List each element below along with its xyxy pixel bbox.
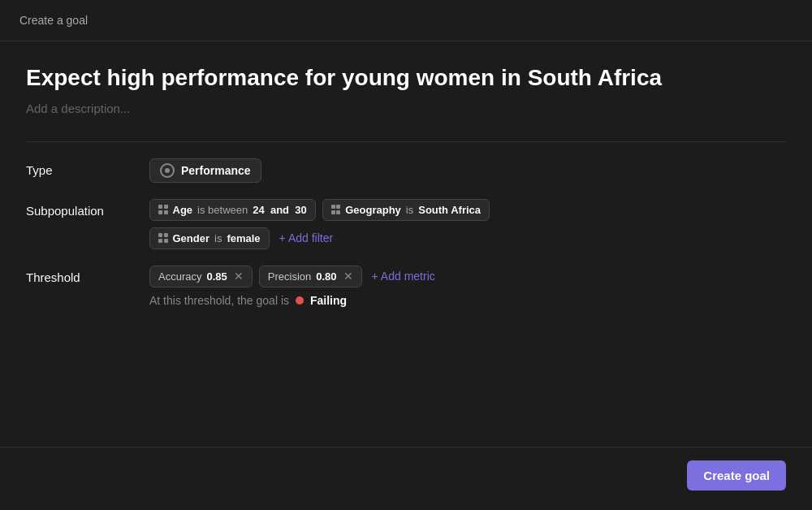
grid-icon-age	[158, 205, 168, 214]
geo-op-label: is	[406, 204, 413, 216]
accuracy-metric-chip[interactable]: Accuracy 0.85 ✕	[149, 266, 253, 287]
failing-dot	[296, 296, 304, 305]
form-section: Type Performance Subpopulation	[26, 158, 786, 287]
type-label: Type	[26, 158, 123, 177]
age-val-label: 24 and 30	[253, 204, 306, 216]
gender-filter-chip[interactable]: Gender is female	[149, 227, 270, 249]
geo-field-label: Geography	[345, 204, 401, 216]
age-op-label: is between	[197, 204, 248, 216]
subpop-row-2: Gender is female + Add filter	[149, 227, 490, 249]
gender-val-label: female	[227, 232, 260, 244]
gender-field-label: Gender	[173, 232, 210, 244]
threshold-value-container: Accuracy 0.85 ✕ Precision 0.80 ✕ + Add m…	[149, 266, 438, 287]
footer: Create goal	[0, 447, 812, 510]
precision-metric-name: Precision	[268, 270, 311, 283]
accuracy-metric-val: 0.85	[206, 270, 227, 283]
grid-icon-gender	[158, 233, 168, 243]
divider-1	[26, 141, 786, 142]
subpopulation-row: Subpopulation Age is between 24 and	[26, 199, 786, 249]
grid-icon-geo	[331, 205, 341, 214]
goal-description[interactable]: Add a description...	[26, 102, 786, 115]
gender-op-label: is	[214, 232, 222, 244]
precision-metric-val: 0.80	[316, 270, 336, 283]
threshold-status: At this threshold, the goal is Failing	[26, 294, 786, 307]
create-goal-button[interactable]: Create goal	[687, 460, 786, 491]
add-filter-button[interactable]: + Add filter	[276, 227, 337, 249]
geography-filter-chip[interactable]: Geography is South Africa	[322, 199, 490, 221]
type-badge-label: Performance	[181, 164, 251, 177]
subpopulation-label: Subpopulation	[26, 199, 123, 218]
status-value: Failing	[310, 294, 347, 307]
precision-close-button[interactable]: ✕	[343, 270, 353, 282]
accuracy-close-button[interactable]: ✕	[234, 270, 244, 282]
main-content: Expect high performance for young women …	[0, 41, 812, 447]
subpop-row-1: Age is between 24 and 30 Geography i	[149, 199, 490, 221]
threshold-status-text: At this threshold, the goal is	[149, 294, 289, 307]
age-field-label: Age	[173, 204, 193, 216]
type-row: Type Performance	[26, 158, 786, 183]
add-metric-button[interactable]: + Add metric	[369, 266, 438, 287]
threshold-row: Threshold Accuracy 0.85 ✕ Precision 0.80…	[26, 266, 786, 287]
subpop-rows: Age is between 24 and 30 Geography i	[149, 199, 490, 249]
type-badge[interactable]: Performance	[149, 158, 261, 183]
page-container: Create a goal Expect high performance fo…	[0, 0, 812, 510]
type-value-container: Performance	[149, 158, 261, 183]
header: Create a goal	[0, 0, 812, 41]
subpopulation-value-container: Age is between 24 and 30 Geography i	[149, 199, 490, 249]
page-title: Create a goal	[19, 14, 88, 27]
geo-val-label: South Africa	[418, 204, 481, 216]
threshold-label: Threshold	[26, 266, 123, 284]
performance-icon	[160, 163, 175, 178]
precision-metric-chip[interactable]: Precision 0.80 ✕	[259, 266, 362, 287]
age-filter-chip[interactable]: Age is between 24 and 30	[149, 199, 316, 221]
goal-title[interactable]: Expect high performance for young women …	[26, 64, 786, 92]
accuracy-metric-name: Accuracy	[158, 270, 201, 283]
